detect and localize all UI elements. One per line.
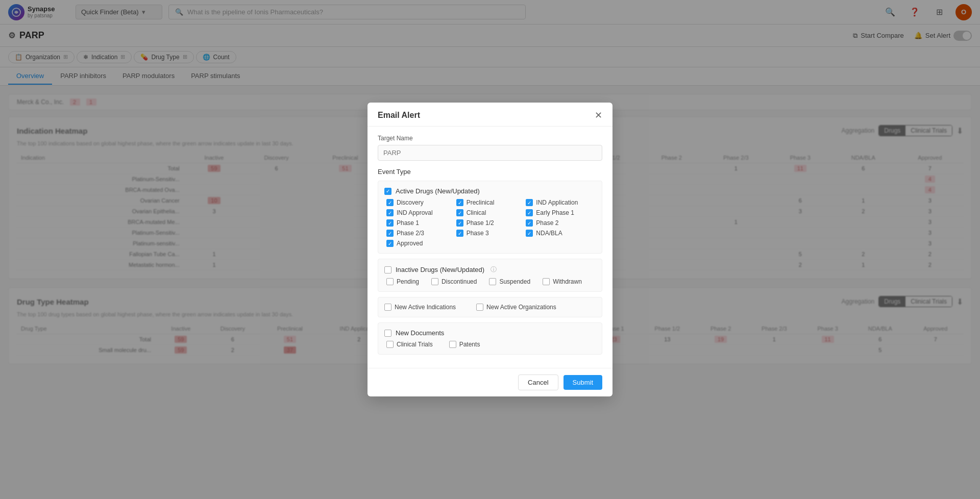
new-documents-row: New Documents xyxy=(384,329,596,337)
inactive-drugs-section: Inactive Drugs (New/Updated) ⓘ Pending D… xyxy=(378,259,602,292)
patents-checkbox[interactable] xyxy=(449,341,456,348)
suspended-checkbox[interactable] xyxy=(489,278,496,285)
item-ind-app: IND Application xyxy=(526,199,596,206)
new-active-indications-label: New Active Indications xyxy=(395,304,456,311)
item-suspended: Suspended xyxy=(489,278,530,285)
inactive-items: Pending Discontinued Suspended Withdrawn xyxy=(384,278,596,285)
item-discovery: Discovery xyxy=(386,199,456,206)
item-ndabla: NDA/BLA xyxy=(526,230,596,237)
phase23-checkbox[interactable] xyxy=(386,230,394,237)
new-active-organizations-checkbox[interactable] xyxy=(476,304,483,311)
inactive-drugs-label: Inactive Drugs (New/Updated) xyxy=(396,266,484,273)
discovery-label: Discovery xyxy=(397,199,424,206)
close-icon[interactable]: ✕ xyxy=(595,111,602,120)
pending-checkbox[interactable] xyxy=(386,278,394,285)
item-pending: Pending xyxy=(386,278,419,285)
ndabla-label: NDA/BLA xyxy=(536,230,562,237)
discontinued-label: Discontinued xyxy=(442,278,477,285)
item-patents: Patents xyxy=(449,341,480,348)
approved-checkbox[interactable] xyxy=(386,240,394,247)
phase12-checkbox[interactable] xyxy=(456,219,463,227)
item-clinical: Clinical xyxy=(456,209,526,216)
phase12-label: Phase 1/2 xyxy=(467,219,494,227)
ndabla-checkbox[interactable] xyxy=(526,230,533,237)
clinical-label: Clinical xyxy=(467,209,486,216)
target-name-input[interactable] xyxy=(378,145,602,161)
new-active-organizations: New Active Organizations xyxy=(476,304,556,311)
clinical-trials-doc-label: Clinical Trials xyxy=(397,341,433,348)
item-clinical-trials: Clinical Trials xyxy=(386,341,433,348)
active-drugs-label: Active Drugs (New/Updated) xyxy=(396,187,480,195)
phase1-label: Phase 1 xyxy=(397,219,419,227)
ind-approval-label: IND Approval xyxy=(397,209,433,216)
approved-label: Approved xyxy=(397,240,423,247)
target-name-label: Target Name xyxy=(378,135,602,142)
pending-label: Pending xyxy=(397,278,419,285)
item-phase23: Phase 2/3 xyxy=(386,230,456,237)
phase1-checkbox[interactable] xyxy=(386,219,394,227)
item-phase2: Phase 2 xyxy=(526,219,596,227)
phase3-checkbox[interactable] xyxy=(456,230,463,237)
submit-button[interactable]: Submit xyxy=(564,375,602,390)
ind-approval-checkbox[interactable] xyxy=(386,209,394,216)
ind-app-label: IND Application xyxy=(536,199,578,206)
documents-items: Clinical Trials Patents xyxy=(384,341,596,348)
active-drugs-row: Active Drugs (New/Updated) xyxy=(384,187,596,195)
item-approved: Approved xyxy=(386,240,456,247)
item-phase12: Phase 1/2 xyxy=(456,219,526,227)
preclinical-label: Preclinical xyxy=(467,199,495,206)
active-drugs-items: Discovery Preclinical IND Application IN… xyxy=(384,199,596,247)
new-active-organizations-label: New Active Organizations xyxy=(486,304,556,311)
preclinical-checkbox[interactable] xyxy=(456,199,463,206)
modal-overlay[interactable]: Email Alert ✕ Target Name Event Type Act… xyxy=(0,0,980,499)
early-phase1-label: Early Phase 1 xyxy=(536,209,574,216)
item-withdrawn: Withdrawn xyxy=(543,278,582,285)
new-active-indications: New Active Indications xyxy=(384,304,456,311)
event-type-label: Event Type xyxy=(378,168,602,176)
modal-title: Email Alert xyxy=(378,111,420,120)
ind-app-checkbox[interactable] xyxy=(526,199,533,206)
clinical-checkbox[interactable] xyxy=(456,209,463,216)
item-ind-approval: IND Approval xyxy=(386,209,456,216)
modal-footer: Cancel Submit xyxy=(368,368,612,396)
cancel-button[interactable]: Cancel xyxy=(518,375,558,390)
item-phase1: Phase 1 xyxy=(386,219,456,227)
suspended-label: Suspended xyxy=(499,278,530,285)
clinical-trials-doc-checkbox[interactable] xyxy=(386,341,394,348)
item-phase3: Phase 3 xyxy=(456,230,526,237)
inactive-drugs-checkbox[interactable] xyxy=(384,266,391,273)
new-documents-checkbox[interactable] xyxy=(384,330,391,337)
item-preclinical: Preclinical xyxy=(456,199,526,206)
withdrawn-label: Withdrawn xyxy=(553,278,582,285)
item-early-phase1: Early Phase 1 xyxy=(526,209,596,216)
patents-label: Patents xyxy=(459,341,480,348)
new-active-section: New Active Indications New Active Organi… xyxy=(378,297,602,317)
active-drugs-section: Active Drugs (New/Updated) Discovery Pre… xyxy=(378,181,602,254)
discontinued-checkbox[interactable] xyxy=(431,278,438,285)
new-active-indications-checkbox[interactable] xyxy=(384,304,391,311)
modal-body: Target Name Event Type Active Drugs (New… xyxy=(368,127,612,368)
active-drugs-checkbox[interactable] xyxy=(384,188,391,195)
phase3-label: Phase 3 xyxy=(467,230,489,237)
phase23-label: Phase 2/3 xyxy=(397,230,424,237)
phase2-label: Phase 2 xyxy=(536,219,558,227)
early-phase1-checkbox[interactable] xyxy=(526,209,533,216)
phase2-checkbox[interactable] xyxy=(526,219,533,227)
withdrawn-checkbox[interactable] xyxy=(543,278,550,285)
info-icon: ⓘ xyxy=(491,265,497,274)
discovery-checkbox[interactable] xyxy=(386,199,394,206)
new-documents-label: New Documents xyxy=(396,329,444,337)
item-discontinued: Discontinued xyxy=(431,278,477,285)
email-alert-modal: Email Alert ✕ Target Name Event Type Act… xyxy=(368,103,612,396)
inactive-drugs-row: Inactive Drugs (New/Updated) ⓘ xyxy=(384,265,596,274)
new-active-row: New Active Indications New Active Organi… xyxy=(384,304,596,311)
modal-header: Email Alert ✕ xyxy=(368,103,612,127)
new-documents-section: New Documents Clinical Trials Patents xyxy=(378,322,602,355)
